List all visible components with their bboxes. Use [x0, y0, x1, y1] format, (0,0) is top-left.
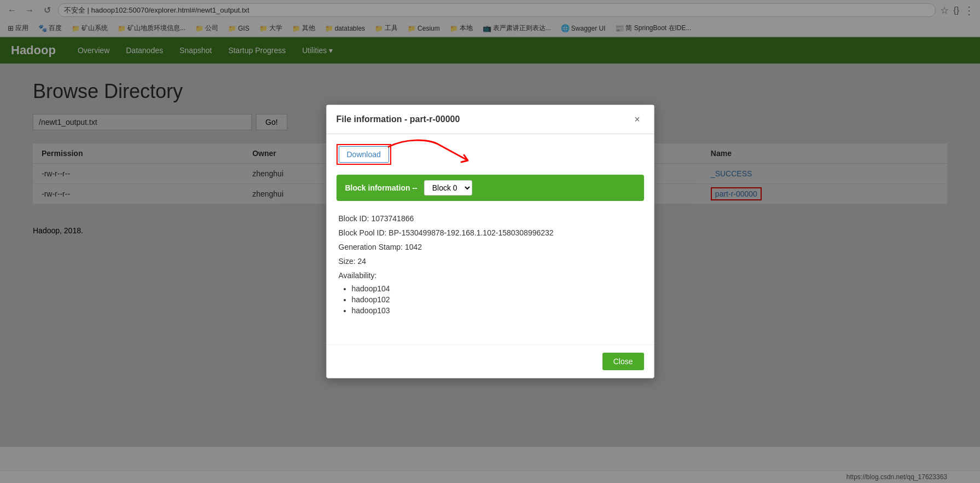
- download-section: Download: [337, 144, 644, 165]
- modal-title: File information - part-r-00000: [337, 114, 460, 124]
- size-label: Size:: [339, 257, 356, 266]
- modal-close-btn[interactable]: Close: [602, 353, 644, 370]
- block-pool-id-label: Block Pool ID:: [339, 228, 387, 237]
- generation-stamp-line: Generation Stamp: 1042: [339, 243, 642, 251]
- modal-footer: Close: [327, 344, 654, 378]
- availability-node-1: hadoop104: [352, 284, 642, 293]
- availability-list: hadoop104 hadoop102 hadoop103: [339, 284, 642, 315]
- generation-stamp-value: 1042: [405, 243, 422, 251]
- block-pool-id-value: BP-1530499878-192.168.1.102-158030899623…: [388, 228, 553, 237]
- file-info-modal: File information - part-r-00000 × Downlo…: [326, 105, 654, 378]
- block-id-line: Block ID: 1073741866: [339, 214, 642, 223]
- availability-label: Availability:: [339, 271, 642, 280]
- block-id-value: 1073741866: [371, 214, 414, 223]
- block-pool-id-line: Block Pool ID: BP-1530499878-192.168.1.1…: [339, 228, 642, 237]
- size-line: Size: 24: [339, 257, 642, 266]
- modal-header: File information - part-r-00000 ×: [327, 105, 654, 134]
- size-value: 24: [358, 257, 367, 266]
- availability-node-3: hadoop103: [352, 306, 642, 315]
- annotation-arrow: [383, 136, 482, 174]
- modal-body: Download Block information -- Block 0 Bl…: [327, 134, 654, 344]
- block-info-label: Block information --: [345, 183, 417, 192]
- block-details: Block ID: 1073741866 Block Pool ID: BP-1…: [337, 210, 644, 321]
- block-info-bar: Block information -- Block 0: [337, 175, 644, 201]
- modal-overlay: File information - part-r-00000 × Downlo…: [0, 0, 980, 447]
- generation-stamp-label: Generation Stamp:: [339, 243, 403, 251]
- modal-close-button[interactable]: ×: [631, 113, 644, 126]
- download-btn-wrapper: Download: [337, 144, 391, 165]
- availability-node-2: hadoop102: [352, 295, 642, 304]
- block-select[interactable]: Block 0: [424, 180, 472, 196]
- download-button[interactable]: Download: [339, 146, 389, 163]
- block-id-label: Block ID:: [339, 214, 369, 223]
